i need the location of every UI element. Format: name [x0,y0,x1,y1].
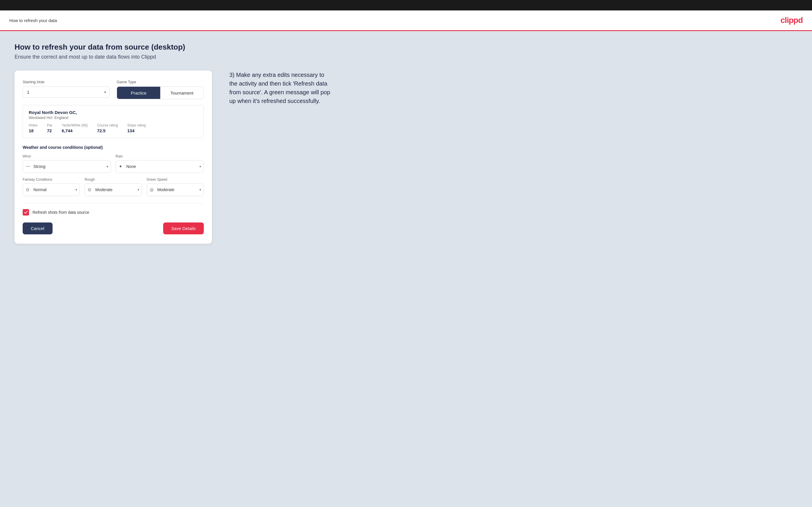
weather-section-title: Weather and course conditions (optional) [22,145,204,150]
game-type-group: Game Type Practice Tournament [117,80,204,99]
rough-select[interactable]: Moderate Light Heavy [88,187,139,192]
form-divider [22,203,204,203]
slope-rating-label: Slope rating [127,123,146,127]
starting-hole-select[interactable]: 1 10 [23,87,109,98]
course-stats: Holes 18 Par 72 Yards/White (M)) 6,744 C… [29,123,198,133]
rain-select[interactable]: None Light Heavy [119,164,201,169]
fairway-select[interactable]: Normal Firm Soft [26,187,77,192]
slope-rating-stat: Slope rating 134 [127,123,146,133]
checkmark-icon [24,210,28,214]
course-rating-label: Course rating [97,123,118,127]
wind-label: Wind [22,154,111,158]
form-card: Starting Hole 1 10 ▾ Game Type Practice … [14,70,212,244]
page-subtitle: Ensure the correct and most up to date d… [14,54,798,60]
game-type-toggle: Practice Tournament [117,87,204,99]
wind-select[interactable]: Strong Light None [26,164,108,169]
fairway-dropdown[interactable]: ⊙ Normal Firm Soft ▾ [22,183,80,196]
rough-label: Rough [85,177,142,181]
weather-row: Wind 〰 Strong Light None ▾ Rain ✦ [22,154,204,173]
page-breadcrumb: How to refresh your data [9,18,57,23]
refresh-checkbox[interactable] [22,209,29,216]
course-rating-stat: Course rating 72.5 [97,123,118,133]
instruction-text: 3) Make any extra edits necessary to the… [230,70,334,105]
starting-hole-label: Starting Hole [22,80,110,84]
holes-value: 18 [29,128,38,133]
rain-group: Rain ✦ None Light Heavy ▾ [115,154,204,173]
par-stat: Par 72 [47,123,53,133]
yards-stat: Yards/White (M)) 6,744 [61,123,88,133]
wind-icon: 〰 [26,164,30,169]
green-speed-group: Green Speed ◎ Moderate Fast Slow ▾ [147,177,204,196]
rough-icon: ⊙ [88,187,92,192]
par-value: 72 [47,128,53,133]
course-info-box: Royal North Devon GC, Westward Ho!, Engl… [22,105,204,138]
green-speed-select[interactable]: Moderate Fast Slow [150,187,201,192]
par-label: Par [47,123,53,127]
green-speed-icon: ◎ [150,187,154,192]
rain-label: Rain [115,154,204,158]
course-location: Westward Ho!, England [29,115,198,120]
rain-dropdown[interactable]: ✦ None Light Heavy ▾ [115,160,204,173]
logo: clippd [781,16,803,25]
fairway-label: Fairway Conditions [22,177,80,181]
green-speed-label: Green Speed [147,177,204,181]
rough-dropdown[interactable]: ⊙ Moderate Light Heavy ▾ [85,183,142,196]
game-type-label: Game Type [117,80,204,84]
starting-hole-group: Starting Hole 1 10 ▾ [22,80,110,99]
holes-stat: Holes 18 [29,123,38,133]
page-title: How to refresh your data from source (de… [14,43,798,52]
yards-label: Yards/White (M)) [61,123,88,127]
course-rating-value: 72.5 [97,128,118,133]
fairway-group: Fairway Conditions ⊙ Normal Firm Soft ▾ [22,177,80,196]
starting-hole-select-wrapper[interactable]: 1 10 ▾ [22,87,110,98]
refresh-checkbox-label: Refresh shots from data source [33,210,89,215]
yards-value: 6,744 [61,128,88,133]
fairway-icon: ⊙ [26,187,30,192]
cancel-button[interactable]: Cancel [22,222,53,234]
slope-rating-value: 134 [127,128,146,133]
green-speed-dropdown[interactable]: ◎ Moderate Fast Slow ▾ [147,183,204,196]
practice-button[interactable]: Practice [117,87,160,99]
save-button[interactable]: Save Details [163,222,204,234]
course-name: Royal North Devon GC, [29,110,198,115]
button-row: Cancel Save Details [22,222,204,234]
rough-group: Rough ⊙ Moderate Light Heavy ▾ [85,177,142,196]
refresh-checkbox-row: Refresh shots from data source [22,209,204,216]
tournament-button[interactable]: Tournament [160,87,204,99]
wind-group: Wind 〰 Strong Light None ▾ [22,154,111,173]
rain-icon: ✦ [119,164,122,169]
wind-dropdown[interactable]: 〰 Strong Light None ▾ [22,160,111,173]
holes-label: Holes [29,123,38,127]
conditions-row: Fairway Conditions ⊙ Normal Firm Soft ▾ … [22,177,204,196]
